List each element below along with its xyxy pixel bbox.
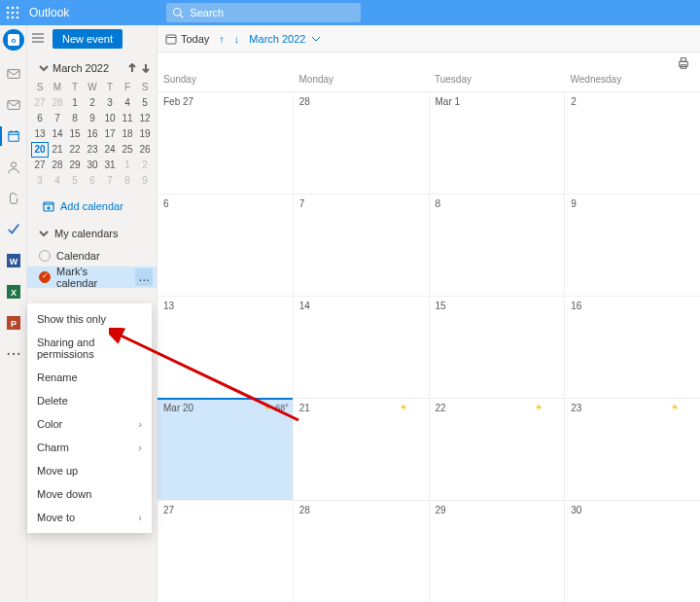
month-picker[interactable]: March 2022 bbox=[249, 33, 321, 45]
prev-arrow-icon[interactable]: ↑ bbox=[219, 33, 225, 45]
my-calendars-header[interactable]: My calendars bbox=[27, 220, 157, 245]
grid-day-cell[interactable]: 8 bbox=[430, 195, 566, 296]
grid-day-cell[interactable]: 28 bbox=[294, 92, 430, 194]
chevron-down-icon[interactable] bbox=[39, 63, 49, 73]
mini-cal-day[interactable]: 5 bbox=[66, 173, 84, 189]
mini-cal-day[interactable]: 20 bbox=[31, 142, 49, 158]
mini-cal-day[interactable]: 16 bbox=[84, 126, 101, 142]
mini-cal-day[interactable]: 4 bbox=[119, 95, 136, 111]
grid-day-cell[interactable]: 6 bbox=[158, 195, 294, 296]
mini-cal-day[interactable]: 27 bbox=[31, 158, 49, 173]
mini-cal-day[interactable]: 23 bbox=[84, 142, 101, 158]
rail-people-icon[interactable] bbox=[0, 154, 27, 181]
app-launcher[interactable] bbox=[0, 0, 25, 25]
grid-day-cell[interactable]: 7 bbox=[294, 195, 430, 296]
mini-cal-day[interactable]: 15 bbox=[66, 126, 84, 142]
rail-calendar-icon[interactable] bbox=[0, 123, 27, 150]
mini-cal-day[interactable]: 3 bbox=[31, 173, 49, 189]
mini-cal-day[interactable]: 10 bbox=[101, 111, 119, 126]
context-menu-item[interactable]: Sharing and permissions bbox=[27, 331, 152, 366]
mini-cal-day[interactable]: 19 bbox=[136, 126, 154, 142]
rail-word-icon[interactable]: W bbox=[0, 247, 27, 274]
mini-cal-day[interactable]: 7 bbox=[101, 173, 119, 189]
mini-cal-day[interactable]: 8 bbox=[66, 111, 84, 126]
mini-cal-day[interactable]: 17 bbox=[101, 126, 119, 142]
context-menu-item[interactable]: Move down bbox=[27, 482, 152, 506]
mini-cal-day[interactable]: 14 bbox=[49, 126, 66, 142]
context-menu-item[interactable]: Delete bbox=[27, 389, 152, 412]
calendar-item-marks-calendar[interactable]: Mark's calendar bbox=[27, 266, 157, 288]
arrow-down-icon[interactable] bbox=[141, 63, 151, 73]
mini-cal-day[interactable]: 9 bbox=[84, 111, 101, 126]
mini-cal-day[interactable]: 6 bbox=[84, 173, 101, 189]
next-arrow-icon[interactable]: ↓ bbox=[234, 33, 240, 45]
mini-cal-day[interactable]: 12 bbox=[136, 111, 154, 126]
context-menu-item[interactable]: Color› bbox=[27, 412, 152, 436]
svg-point-0 bbox=[7, 7, 10, 10]
hamburger-button[interactable] bbox=[31, 31, 47, 47]
rail-files-icon[interactable] bbox=[0, 185, 27, 212]
mini-cal-day[interactable]: 31 bbox=[101, 158, 119, 173]
mini-cal-day[interactable]: 3 bbox=[101, 95, 119, 111]
mini-cal-day[interactable]: 1 bbox=[119, 158, 136, 173]
mini-cal-day[interactable]: 5 bbox=[136, 95, 154, 111]
grid-day-cell[interactable]: 16 bbox=[565, 297, 700, 398]
mini-cal-day[interactable]: 21 bbox=[49, 142, 66, 158]
mini-cal-day[interactable]: 9 bbox=[136, 173, 154, 189]
grid-day-cell[interactable]: 22☀ bbox=[430, 399, 566, 500]
mini-cal-day[interactable]: 7 bbox=[49, 111, 66, 126]
context-menu-item[interactable]: Move to› bbox=[27, 506, 152, 529]
mini-cal-day[interactable]: 6 bbox=[31, 111, 49, 126]
grid-day-cell[interactable]: Mar 20☀68° bbox=[158, 399, 294, 500]
mini-cal-day[interactable]: 18 bbox=[119, 126, 136, 142]
context-menu-item[interactable]: Rename bbox=[27, 366, 152, 389]
mini-cal-day[interactable]: 2 bbox=[136, 158, 154, 173]
mini-cal-day[interactable]: 28 bbox=[49, 95, 66, 111]
rail-todo-icon[interactable] bbox=[0, 216, 27, 243]
rail-mail-icon[interactable] bbox=[0, 60, 27, 88]
context-menu-item[interactable]: Move up bbox=[27, 459, 152, 482]
today-button[interactable]: Today bbox=[165, 33, 209, 45]
grid-day-cell[interactable]: 15 bbox=[430, 297, 566, 398]
search-input[interactable]: Search bbox=[166, 3, 361, 22]
mini-cal-day[interactable]: 13 bbox=[31, 126, 49, 142]
context-menu-item[interactable]: Show this only bbox=[27, 307, 152, 331]
grid-day-cell[interactable]: 28 bbox=[294, 501, 430, 602]
rail-mail2-icon[interactable] bbox=[0, 91, 27, 119]
calendar-item-calendar[interactable]: Calendar bbox=[27, 245, 157, 266]
grid-day-cell[interactable]: Mar 1 bbox=[430, 92, 566, 194]
mini-cal-day[interactable]: 26 bbox=[136, 142, 154, 158]
rail-excel-icon[interactable]: X bbox=[0, 278, 27, 305]
new-event-button[interactable]: New event bbox=[52, 29, 122, 49]
mini-cal-day[interactable]: 29 bbox=[66, 158, 84, 173]
grid-day-cell[interactable]: 27 bbox=[158, 501, 294, 602]
rail-powerpoint-icon[interactable]: P bbox=[0, 309, 27, 336]
grid-day-cell[interactable]: 30 bbox=[565, 501, 700, 602]
grid-day-cell[interactable]: 9 bbox=[565, 195, 700, 296]
mini-cal-day[interactable]: 22 bbox=[66, 142, 84, 158]
grid-day-cell[interactable]: 23☀ bbox=[565, 399, 700, 500]
mini-cal-day[interactable]: 1 bbox=[66, 95, 84, 111]
grid-day-cell[interactable]: 2 bbox=[565, 92, 700, 194]
mini-cal-day[interactable]: 8 bbox=[119, 173, 136, 189]
mini-cal-day[interactable]: 24 bbox=[101, 142, 119, 158]
outlook-brand-icon[interactable]: o bbox=[3, 29, 24, 51]
arrow-up-icon[interactable] bbox=[127, 63, 137, 73]
mini-cal-day[interactable]: 30 bbox=[84, 158, 101, 173]
rail-more-icon[interactable] bbox=[0, 340, 27, 368]
grid-day-cell[interactable]: 13 bbox=[158, 297, 294, 398]
print-icon[interactable] bbox=[677, 56, 690, 70]
mini-cal-day[interactable]: 27 bbox=[31, 95, 49, 111]
add-calendar-button[interactable]: Add calendar bbox=[27, 193, 157, 220]
grid-day-cell[interactable]: 14 bbox=[294, 297, 430, 398]
context-menu-item[interactable]: Charm› bbox=[27, 436, 152, 459]
calendar-more-button[interactable] bbox=[135, 268, 153, 286]
mini-cal-day[interactable]: 28 bbox=[49, 158, 66, 173]
mini-cal-day[interactable]: 25 bbox=[119, 142, 136, 158]
mini-cal-day[interactable]: 11 bbox=[119, 111, 136, 126]
grid-day-cell[interactable]: 29 bbox=[430, 501, 566, 602]
grid-day-cell[interactable]: 21☀ bbox=[294, 399, 430, 500]
grid-day-cell[interactable]: Feb 27 bbox=[158, 92, 294, 194]
mini-cal-day[interactable]: 4 bbox=[49, 173, 66, 189]
mini-cal-day[interactable]: 2 bbox=[84, 95, 101, 111]
